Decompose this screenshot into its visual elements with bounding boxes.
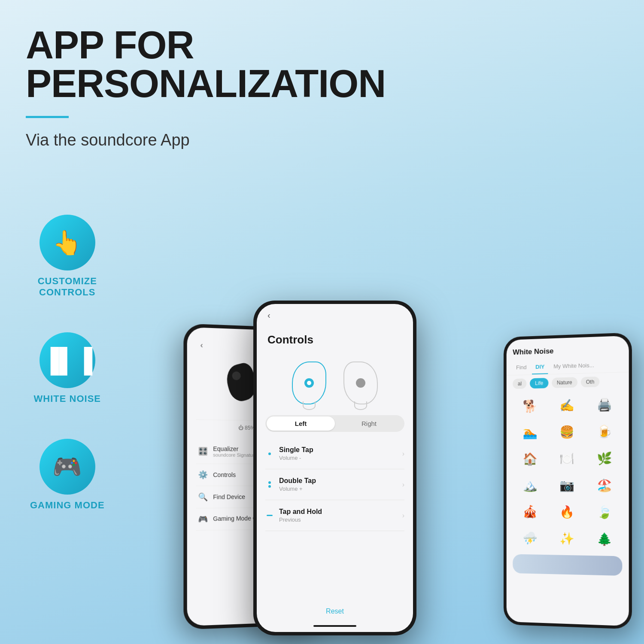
wn-item-beach[interactable]: 🏖️ (586, 473, 622, 498)
gaming-mode-menu-label: Gaming Mode ⓘ (213, 515, 259, 523)
controls-menu-icon: ⚙️ (198, 470, 208, 480)
reset-button[interactable]: Reset (257, 601, 413, 622)
double-tap-indicator (265, 481, 274, 488)
wn-subtab-nature[interactable]: Nature (552, 377, 577, 388)
tab-left[interactable]: Left (267, 416, 335, 431)
white-noise-label: WHITE NOISE (34, 393, 101, 404)
wn-item-write[interactable]: ✍️ (549, 393, 584, 418)
home-icon: 🏠 (522, 452, 537, 466)
single-tap-text: Single Tap Volume - (279, 446, 397, 461)
equalizer-sub: soundcore Signature (213, 452, 257, 458)
equalizer-menu-icon: 🎛️ (198, 447, 208, 456)
wn-tab-diy[interactable]: DIY (532, 360, 548, 374)
tab-right[interactable]: Right (335, 416, 403, 431)
wn-item-print[interactable]: 🖨️ (586, 392, 622, 417)
wn-subtab-all[interactable]: al (513, 378, 526, 389)
feature-gaming-mode: 🎮 GAMING MODE (30, 439, 105, 511)
find-device-icon: 🔍 (198, 492, 208, 501)
tap-hold-label: Tap and Hold (279, 508, 397, 516)
wn-subtab-life[interactable]: Life (530, 378, 548, 389)
wn-item-plant[interactable]: 🌿 (586, 446, 622, 471)
single-tap-indicator (265, 453, 274, 455)
page-title: APP FOR PERSONALIZATION (26, 26, 386, 103)
photo-icon: 📷 (559, 478, 574, 492)
wn-tab-my[interactable]: My White Nois... (550, 358, 598, 374)
fire-icon: 🔥 (559, 505, 574, 519)
left-right-tabs: Left Right (265, 415, 404, 432)
right-earbud-illustration (341, 359, 380, 407)
wn-item-swim[interactable]: 🏊 (513, 420, 547, 445)
double-tap-label: Double Tap (279, 477, 397, 485)
earbuds-controls-illustration (257, 351, 413, 411)
wn-item-fire[interactable]: 🔥 (549, 500, 584, 525)
single-tap-label: Single Tap (279, 446, 397, 454)
wn-item-drink[interactable]: 🍺 (586, 419, 622, 444)
double-tap-text: Double Tap Volume + (279, 477, 397, 492)
title-line2: PERSONALIZATION (26, 62, 386, 105)
equalizer-label: Equalizer (213, 445, 257, 453)
wn-item-food[interactable]: 🍽️ (549, 447, 584, 471)
left-earbud-illustration (290, 359, 328, 407)
gamepad-icon: 🎮 (52, 453, 82, 481)
gaming-mode-label: GAMING MODE (30, 500, 105, 511)
white-noise-circle: ▐▌▐ (39, 332, 95, 388)
subtitle: Via the soundcore App (26, 131, 386, 149)
burger-icon: 🍔 (559, 425, 574, 439)
wn-item-dog[interactable]: 🐕 (513, 394, 547, 419)
phone-right: White Noise Find DIY My White Nois... al… (504, 332, 632, 629)
phone-right-screen: White Noise Find DIY My White Nois... al… (507, 336, 629, 626)
wn-item-photo[interactable]: 📷 (549, 473, 584, 498)
single-dot (268, 453, 271, 455)
single-tap-sub: Volume - (279, 455, 397, 461)
sparkle-icon: ✨ (559, 532, 574, 546)
double-tap-sub: Volume + (279, 486, 397, 492)
phone-center: ‹ Controls (253, 301, 416, 635)
wn-item-mountain[interactable]: 🏔️ (513, 473, 547, 498)
wn-item-burger[interactable]: 🍔 (549, 419, 584, 444)
wn-item-home[interactable]: 🏠 (513, 447, 547, 471)
controls-list: Single Tap Volume - › Double Tap Volume … (257, 436, 413, 601)
plant-icon: 🌿 (597, 451, 612, 466)
print-icon: 🖨️ (597, 398, 612, 412)
write-icon: ✍️ (559, 398, 574, 413)
controls-back-nav[interactable]: ‹ (257, 304, 413, 320)
ctrl-item-single-tap[interactable]: Single Tap Volume - › (265, 438, 404, 469)
find-device-label: Find Device (213, 493, 245, 501)
white-noise-grid: 🐕 ✍️ 🖨️ 🏊 🍔 🍺 🏠 🍽️ 🌿 🏔️ 📷 🏖️ 🎪 🔥 🍃 ⛈️ ✨ … (507, 390, 629, 554)
touch-icon: 👆 (52, 229, 82, 257)
features-section: 👆 CUSTOMIZECONTROLS ▐▌▐ WHITE NOISE 🎮 GA… (30, 215, 105, 511)
white-noise-header: White Noise (507, 336, 629, 361)
phone-center-screen: ‹ Controls (257, 304, 413, 632)
wn-item-storm[interactable]: ⛈️ (513, 526, 547, 551)
tap-hold-arrow: › (402, 512, 404, 519)
tap-hold-indicator (265, 515, 274, 516)
white-noise-subtabs: al Life Nature Oth (507, 372, 629, 392)
home-indicator (313, 625, 356, 627)
double-dot-1 (268, 481, 271, 484)
storm-icon: ⛈️ (522, 531, 537, 545)
wn-item-leaves[interactable]: 🍃 (586, 500, 622, 525)
tap-hold-text: Tap and Hold Previous (279, 508, 397, 523)
header-section: APP FOR PERSONALIZATION Via the soundcor… (26, 26, 386, 149)
leaves-icon: 🍃 (597, 505, 612, 519)
wn-item-festival[interactable]: 🎪 (513, 499, 547, 524)
wn-tab-find[interactable]: Find (513, 361, 530, 375)
wn-subtab-other[interactable]: Oth (581, 377, 600, 387)
festival-icon: 🎪 (522, 504, 537, 519)
equalizer-icon: ▐▌▐ (42, 346, 92, 374)
food-icon: 🍽️ (559, 452, 574, 466)
white-noise-player-bar (513, 554, 622, 576)
phones-container: ‹ (172, 172, 644, 644)
beach-icon: 🏖️ (597, 478, 612, 492)
gaming-mode-circle: 🎮 (39, 439, 95, 495)
wn-item-sparkle[interactable]: ✨ (549, 526, 584, 551)
controls-title: Controls (257, 320, 413, 351)
dog-icon: 🐕 (522, 399, 537, 413)
controls-label: Controls (213, 471, 236, 478)
wn-item-forest[interactable]: 🌲 (586, 527, 622, 552)
feature-customize-controls: 👆 CUSTOMIZECONTROLS (30, 215, 105, 298)
customize-controls-circle: 👆 (39, 215, 95, 270)
ctrl-item-double-tap[interactable]: Double Tap Volume + › (265, 469, 404, 500)
ctrl-item-tap-hold[interactable]: Tap and Hold Previous › (265, 500, 404, 531)
feature-white-noise: ▐▌▐ WHITE NOISE (30, 332, 105, 404)
